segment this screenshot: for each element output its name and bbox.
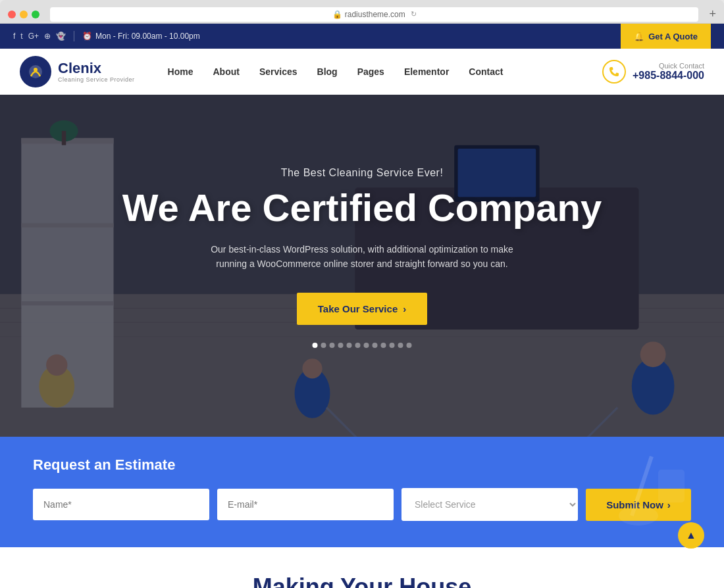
nav-item-pages[interactable]: Pages: [357, 66, 384, 77]
refresh-icon[interactable]: ↻: [411, 10, 417, 18]
hero-dot-5[interactable]: [347, 343, 352, 348]
hours-text: Mon - Fri: 09.00am - 10.00pm: [95, 32, 200, 41]
nav-item-blog[interactable]: Blog: [317, 66, 338, 77]
quote-btn-label: Get A Quote: [648, 32, 698, 41]
divider: [74, 31, 74, 41]
nav-item-services[interactable]: Services: [259, 66, 297, 77]
phone-icon: [602, 60, 626, 84]
social-icons: f t G+ ⊕ 👻: [13, 32, 66, 41]
hero-dot-4[interactable]: [338, 343, 344, 348]
cta-arrow: ›: [403, 303, 406, 314]
bottom-section: Making Your House: [0, 547, 724, 588]
hero-dot-12[interactable]: [407, 343, 412, 348]
hero-description: Our best-in-class WordPress solution, wi…: [204, 242, 520, 272]
quick-contact-label: Quick Contact: [633, 62, 704, 70]
close-dot[interactable]: [8, 11, 16, 18]
hero-dot-10[interactable]: [390, 343, 395, 348]
nav-item-about[interactable]: About: [213, 66, 239, 77]
logo-area[interactable]: Clenix Cleaning Service Provider: [20, 56, 135, 87]
nav-item-home[interactable]: Home: [168, 66, 194, 77]
logo-text: Clenix Cleaning Service Provider: [58, 61, 135, 83]
estimate-section: Request an Estimate Slelect Service Home…: [0, 437, 724, 547]
nav-item-contact[interactable]: Contact: [469, 66, 503, 77]
top-bar: f t G+ ⊕ 👻 ⏰ Mon - Fri: 09.00am - 10.00p…: [0, 24, 724, 49]
add-tab-button[interactable]: +: [709, 7, 716, 21]
hero-dot-9[interactable]: [381, 343, 386, 348]
url-text: radiustheme.com: [345, 10, 405, 19]
brand-tagline: Cleaning Service Provider: [58, 76, 135, 83]
twitter-icon[interactable]: t: [20, 32, 22, 41]
browser-dots: [8, 11, 39, 18]
hero-title: We Are Certified Company: [0, 187, 724, 229]
svg-point-26: [619, 506, 658, 526]
navbar: Clenix Cleaning Service Provider Home Ab…: [0, 49, 724, 95]
estimate-form: Slelect Service Home Cleaning Office Cle…: [33, 488, 691, 521]
google-plus-icon[interactable]: G+: [28, 32, 39, 41]
bottom-title: Making Your House: [253, 574, 472, 588]
cta-button[interactable]: Take Our Service ›: [297, 293, 427, 325]
hero-dot-7[interactable]: [364, 343, 369, 348]
website-container: f t G+ ⊕ 👻 ⏰ Mon - Fri: 09.00am - 10.00p…: [0, 24, 724, 588]
minimize-dot[interactable]: [20, 11, 28, 18]
broom-decoration: [612, 450, 691, 529]
service-select[interactable]: Slelect Service Home Cleaning Office Cle…: [401, 488, 578, 521]
url-bar[interactable]: 🔒 radiustheme.com ↻: [50, 7, 698, 22]
clock-icon: ⏰: [82, 32, 92, 41]
pinterest-icon[interactable]: ⊕: [44, 32, 51, 41]
browser-chrome: 🔒 radiustheme.com ↻ +: [0, 0, 724, 24]
hero-dot-1[interactable]: [313, 343, 318, 348]
hero-dot-6[interactable]: [355, 343, 361, 348]
brand-name: Clenix: [58, 61, 135, 76]
svg-rect-27: [658, 470, 685, 502]
lock-icon: 🔒: [332, 10, 342, 19]
nav-item-elementor[interactable]: Elementor: [404, 66, 449, 77]
hero-content: The Best Cleaning Service Ever! We Are C…: [0, 95, 724, 325]
maximize-dot[interactable]: [32, 11, 39, 18]
name-input[interactable]: [33, 489, 209, 520]
facebook-icon[interactable]: f: [13, 32, 15, 41]
svg-point-2: [34, 68, 38, 72]
logo-icon: [20, 56, 51, 87]
scroll-up-icon: ▲: [686, 529, 696, 541]
contact-phone-number: +985-8844-000: [633, 70, 704, 82]
top-bar-left: f t G+ ⊕ 👻 ⏰ Mon - Fri: 09.00am - 10.00p…: [13, 31, 200, 41]
snapchat-icon[interactable]: 👻: [56, 32, 66, 41]
quick-contact: Quick Contact +985-8844-000: [602, 60, 704, 84]
business-hours: ⏰ Mon - Fri: 09.00am - 10.00pm: [82, 32, 200, 41]
estimate-decoration: [612, 450, 691, 541]
scroll-up-button[interactable]: ▲: [678, 522, 704, 549]
hero-dot-2[interactable]: [321, 343, 326, 348]
hero-dot-8[interactable]: [373, 343, 378, 348]
contact-info: Quick Contact +985-8844-000: [633, 62, 704, 82]
hero-subtitle: The Best Cleaning Service Ever!: [0, 167, 724, 179]
hero-dot-3[interactable]: [330, 343, 335, 348]
cta-label: Take Our Service: [318, 303, 398, 314]
get-quote-button[interactable]: 🔔 Get A Quote: [621, 24, 711, 49]
logo-svg: [26, 62, 45, 82]
phone-svg: [609, 66, 619, 77]
hero-dots-indicator: [313, 343, 412, 348]
estimate-title: Request an Estimate: [33, 456, 691, 474]
hero-dot-11[interactable]: [398, 343, 403, 348]
bell-icon: 🔔: [634, 32, 644, 41]
email-input[interactable]: [217, 489, 394, 520]
hero-section: The Best Cleaning Service Ever! We Are C…: [0, 95, 724, 437]
nav-menu: Home About Services Blog Pages Elementor…: [168, 66, 602, 77]
